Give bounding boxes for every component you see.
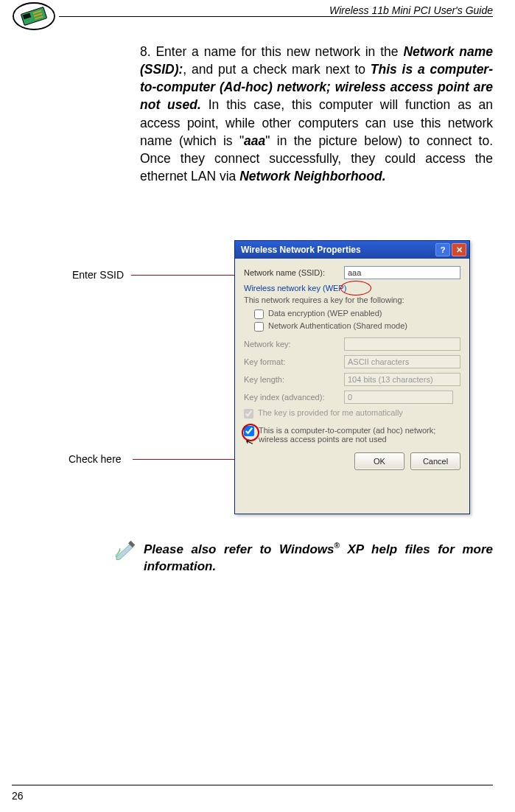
key-format-select xyxy=(344,355,460,368)
page: Wireless 11b Mini PCI User's Guide 8. En… xyxy=(0,0,515,812)
shared-auth-checkbox[interactable] xyxy=(254,322,264,332)
note-text: Please also refer to Windows® XP help fi… xyxy=(144,541,493,575)
wep-enabled-checkbox[interactable] xyxy=(254,309,264,319)
auto-key-label: The key is provided for me automatically xyxy=(258,408,403,417)
cancel-button[interactable]: Cancel xyxy=(410,452,460,470)
key-format-label: Key format: xyxy=(244,357,340,366)
step-text-2: , and put a check mark next to xyxy=(183,62,371,77)
help-button[interactable]: ? xyxy=(435,243,450,256)
key-length-label: Key length: xyxy=(244,375,340,384)
shared-auth-label: Network Authentication (Shared mode) xyxy=(268,321,407,330)
key-index-label: Key index (advanced): xyxy=(244,393,340,402)
adhoc-checkbox[interactable] xyxy=(244,426,254,436)
header-rule xyxy=(59,16,493,17)
note-block: Please also refer to Windows® XP help fi… xyxy=(114,541,493,575)
pci-card-logo-icon xyxy=(12,1,56,31)
key-index-spinner xyxy=(344,391,453,404)
cursor-icon: ↖ xyxy=(244,435,255,449)
annotation-enter-ssid: Enter SSID xyxy=(72,269,124,281)
note-pencil-icon xyxy=(114,541,136,560)
wep-enabled-label: Data encryption (WEP enabled) xyxy=(268,309,382,318)
wep-section-title: Wireless network key (WEP) xyxy=(244,284,460,293)
ssid-label: Network name (SSID): xyxy=(244,268,340,277)
ok-button[interactable]: OK xyxy=(354,452,404,470)
wireless-network-properties-dialog: Wireless Network Properties ? ✕ Network … xyxy=(234,240,470,514)
wep-subtext: This network requires a key for the foll… xyxy=(244,295,460,304)
dialog-body: Network name (SSID): Wireless network ke… xyxy=(235,259,469,476)
footer-rule xyxy=(12,785,493,785)
callout-line-check xyxy=(133,459,239,460)
page-number: 26 xyxy=(12,790,24,802)
ssid-input[interactable] xyxy=(344,266,460,279)
registered-mark: ® xyxy=(334,542,340,550)
step-text-1: 8. Enter a name for this new network in … xyxy=(140,44,403,59)
dialog-title: Wireless Network Properties xyxy=(241,245,361,255)
titlebar-buttons: ? ✕ xyxy=(435,243,466,256)
auto-key-checkbox xyxy=(244,409,253,419)
adhoc-label: This is a computer-to-computer (ad hoc) … xyxy=(259,426,460,444)
instruction-step-8: 8. Enter a name for this new network in … xyxy=(140,43,493,185)
annotation-check-here: Check here xyxy=(69,453,122,465)
network-key-label: Network key: xyxy=(244,340,340,349)
bold-network-neighborhood: Network Neighborhood. xyxy=(239,169,385,183)
key-length-select xyxy=(344,373,460,386)
header-title: Wireless 11b Mini PCI User's Guide xyxy=(323,4,493,16)
dialog-screenshot: Wireless Network Properties ? ✕ Network … xyxy=(234,240,469,513)
bold-aaa: aaa xyxy=(244,133,265,148)
close-button[interactable]: ✕ xyxy=(452,243,466,256)
dialog-titlebar: Wireless Network Properties ? ✕ xyxy=(235,241,469,259)
network-key-input xyxy=(344,337,460,351)
note-pre: Please also refer to Windows xyxy=(144,542,334,556)
